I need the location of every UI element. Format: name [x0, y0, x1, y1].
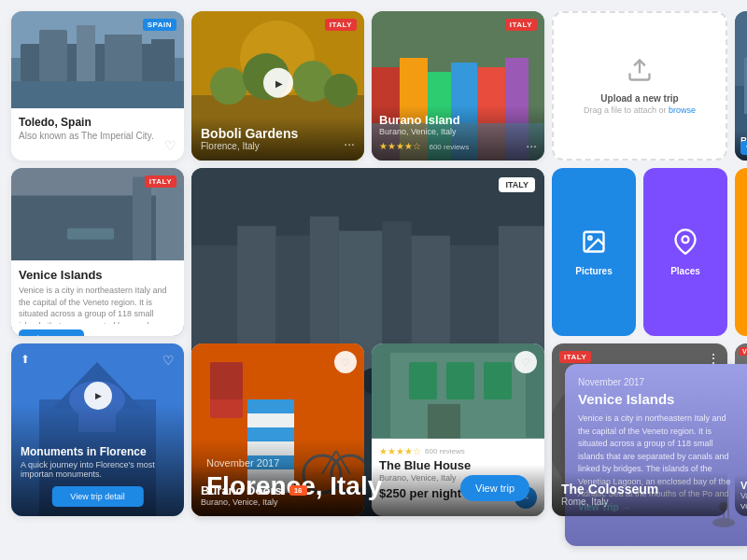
colosseum-overlay-text: The Colosseum Rome, Italy: [552, 472, 727, 516]
upload-browse-link[interactable]: browse: [669, 105, 696, 115]
boboli-play-button[interactable]: [263, 68, 293, 98]
svg-rect-2: [11, 81, 184, 108]
colosseum-subtitle: Rome, Italy: [561, 497, 718, 507]
venice-left-title: Venice Islands: [19, 268, 176, 282]
card-venice-right: November 2017 Venice Islands Venice is a…: [565, 364, 747, 546]
toledo-subtitle: Also known as The Imperial City.: [19, 131, 176, 141]
svg-rect-72: [409, 362, 437, 399]
buran-small-view-trip-button[interactable]: View Trip: [740, 141, 747, 155]
boboli-badge: ITALY: [325, 19, 357, 31]
colosseum-title: The Colosseum: [561, 482, 718, 497]
svg-rect-29: [67, 229, 114, 240]
colosseum-badge: ITALY: [559, 351, 591, 363]
burano-doors-heart-icon[interactable]: ♡: [334, 351, 357, 373]
burano-doors-subtitle: Burano, Venice, Italy: [201, 497, 307, 507]
monuments-text: Monuments in Florence A quick journey in…: [21, 445, 175, 479]
vatican-badge: VATICAN: [739, 347, 747, 356]
boboli-dots-icon[interactable]: ···: [344, 136, 355, 151]
monuments-heart-icon[interactable]: ♡: [162, 353, 175, 368]
card-burano-island: ITALY Burano Island Burano, Venice, Ital…: [372, 11, 544, 161]
blue-house-image: ♡: [372, 343, 544, 439]
card-pictures[interactable]: Pictures: [552, 168, 636, 336]
upload-subtitle: Drag a file to attach or browse: [584, 105, 696, 115]
burano-island-badge: ITALY: [505, 19, 537, 31]
venice-left-view-more-button[interactable]: View more: [19, 329, 84, 336]
monuments-desc: A quick journey into Florence's most imp…: [21, 460, 175, 479]
burano-island-overlay: Burano Island Burano, Venice, Italy ★★★★…: [372, 105, 544, 161]
svg-rect-74: [484, 362, 512, 399]
card-buran-small: ITALY BURAN ISLAND November... View Trip: [735, 11, 747, 161]
venice-right-month: November 2017: [578, 377, 734, 387]
burano-island-subtitle: Burano, Venice, Italy: [379, 127, 537, 136]
monuments-play-button[interactable]: [84, 382, 112, 410]
card-venice-left: ITALY Venice Islands Venice is a city in…: [11, 168, 184, 336]
vatican-view-trip-button[interactable]: View Trip: [740, 502, 747, 511]
pictures-label: Pictures: [575, 266, 612, 276]
pictures-icon: [581, 229, 607, 260]
svg-point-11: [210, 67, 247, 105]
boboli-overlay: Boboli Gardens Florence, Italy: [191, 117, 364, 161]
card-places[interactable]: Places: [643, 168, 727, 336]
boboli-title: Boboli Gardens: [201, 126, 355, 141]
places-icon: [672, 229, 698, 260]
boboli-subtitle: Florence, Italy: [201, 141, 355, 151]
florence-view-trip-button[interactable]: View trip: [460, 475, 529, 501]
svg-point-14: [324, 74, 358, 107]
toledo-title: Toledo, Spain: [19, 116, 176, 129]
card-upload: Upload a new trip Drag a file to attach …: [552, 11, 727, 161]
card-boboli: ITALY Boboli Gardens Florence, Italy ···: [191, 11, 364, 161]
burano-island-reviews: 600 reviews: [429, 143, 469, 151]
florence-badge: ITALY: [499, 177, 535, 192]
svg-rect-30: [133, 177, 151, 261]
florence-month: November 2017: [206, 457, 529, 469]
vatican-overlay-text: Vatican Vatican View Trip: [735, 474, 747, 516]
card-monuments: ⬆ ♡ Monuments in Florence A quick journe…: [11, 343, 184, 516]
blue-house-heart-icon[interactable]: ♡: [514, 351, 537, 373]
burano-island-dots-icon[interactable]: ···: [526, 138, 537, 153]
venice-left-desc: Venice is a city in northeastern Italy a…: [19, 285, 176, 324]
card-toledo: SPAIN Toledo, Spain Also known as The Im…: [11, 11, 184, 161]
burano-island-stars: ★★★★☆: [379, 141, 421, 151]
svg-point-51: [588, 236, 592, 239]
svg-rect-6: [105, 35, 142, 81]
toledo-content: Toledo, Spain Also known as The Imperial…: [11, 108, 184, 161]
monuments-title: Monuments in Florence: [21, 445, 175, 458]
burano-island-title: Burano Island: [379, 113, 537, 127]
svg-point-52: [683, 236, 689, 243]
monuments-view-trip-detail-button[interactable]: View trip detail: [51, 486, 143, 507]
svg-rect-75: [428, 404, 460, 439]
svg-rect-4: [39, 30, 67, 81]
burano-doors-title: Burano Doors: [201, 483, 282, 497]
main-grid: SPAIN Toledo, Spain Also known as The Im…: [0, 0, 747, 560]
vatican-subtitle: Vatican: [740, 491, 747, 500]
burano-doors-count: 16: [289, 485, 307, 496]
venice-left-content: Venice Islands Venice is a city in north…: [11, 260, 184, 336]
upload-title: Upload a new trip: [600, 93, 678, 104]
monuments-share-icon[interactable]: ⬆: [21, 353, 30, 366]
burano-doors-text: Burano Doors 16 Burano, Venice, Italy: [201, 483, 307, 507]
upload-icon: [627, 57, 653, 88]
venice-right-title: Venice Islands: [578, 391, 734, 407]
svg-rect-73: [446, 362, 474, 399]
colosseum-dots-icon[interactable]: ⋮: [707, 351, 720, 366]
vatican-title: Vatican: [740, 480, 747, 491]
svg-rect-7: [151, 39, 175, 81]
places-label: Places: [670, 266, 700, 276]
card-orange-placeholder: [735, 168, 747, 336]
venice-left-badge: ITALY: [145, 175, 176, 188]
toledo-heart-icon[interactable]: ♡: [164, 138, 176, 153]
toledo-badge: SPAIN: [143, 19, 176, 31]
card-florence: ITALY November 2017 Florence, Italy View…: [191, 168, 544, 516]
svg-rect-31: [156, 187, 184, 261]
svg-rect-5: [77, 25, 95, 81]
